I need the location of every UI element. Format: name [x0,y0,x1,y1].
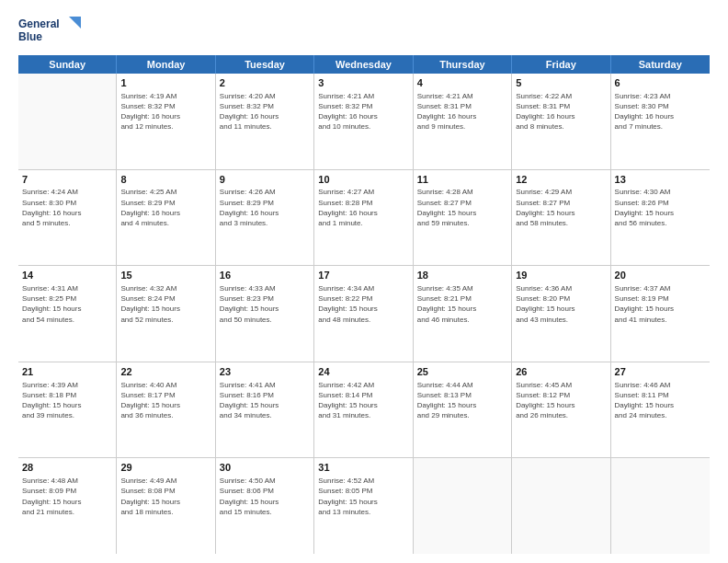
calendar-week-row: 21Sunrise: 4:39 AM Sunset: 8:18 PM Dayli… [18,362,710,459]
calendar-cell: 13Sunrise: 4:30 AM Sunset: 8:26 PM Dayli… [611,170,710,266]
cell-info: Sunrise: 4:52 AM Sunset: 8:05 PM Dayligh… [318,476,408,517]
calendar-cell: 6Sunrise: 4:23 AM Sunset: 8:30 PM Daylig… [611,74,710,169]
calendar: SundayMondayTuesdayWednesdayThursdayFrid… [18,55,710,554]
day-number: 21 [22,365,112,379]
cell-info: Sunrise: 4:44 AM Sunset: 8:13 PM Dayligh… [417,380,507,421]
cell-info: Sunrise: 4:46 AM Sunset: 8:11 PM Dayligh… [615,380,706,421]
cell-info: Sunrise: 4:22 AM Sunset: 8:31 PM Dayligh… [516,91,606,132]
cell-info: Sunrise: 4:20 AM Sunset: 8:32 PM Dayligh… [220,91,310,132]
calendar-week-row: 1Sunrise: 4:19 AM Sunset: 8:32 PM Daylig… [18,74,710,170]
calendar-cell: 19Sunrise: 4:36 AM Sunset: 8:20 PM Dayli… [512,266,610,362]
cell-info: Sunrise: 4:31 AM Sunset: 8:25 PM Dayligh… [22,283,112,325]
day-number: 15 [120,269,210,282]
cell-info: Sunrise: 4:50 AM Sunset: 8:06 PM Dayligh… [220,476,310,517]
calendar-week-row: 14Sunrise: 4:31 AM Sunset: 8:25 PM Dayli… [18,266,710,362]
calendar-cell: 15Sunrise: 4:32 AM Sunset: 8:24 PM Dayli… [117,266,215,362]
day-number: 17 [318,269,408,282]
cell-info: Sunrise: 4:33 AM Sunset: 8:23 PM Dayligh… [220,283,310,325]
day-number: 25 [417,365,507,379]
cell-info: Sunrise: 4:42 AM Sunset: 8:14 PM Dayligh… [318,380,408,421]
cell-info: Sunrise: 4:41 AM Sunset: 8:16 PM Dayligh… [220,380,310,421]
day-number: 3 [318,76,408,90]
day-number: 20 [615,269,706,282]
cell-info: Sunrise: 4:34 AM Sunset: 8:22 PM Dayligh… [318,283,408,325]
weekday-header: Wednesday [314,55,413,74]
calendar-cell: 1Sunrise: 4:19 AM Sunset: 8:32 PM Daylig… [117,74,215,169]
cell-info: Sunrise: 4:45 AM Sunset: 8:12 PM Dayligh… [516,380,606,421]
day-number: 7 [22,173,112,187]
calendar-cell: 31Sunrise: 4:52 AM Sunset: 8:05 PM Dayli… [314,458,413,554]
calendar-header: SundayMondayTuesdayWednesdayThursdayFrid… [18,55,710,74]
cell-info: Sunrise: 4:36 AM Sunset: 8:20 PM Dayligh… [516,283,606,325]
day-number: 30 [220,461,310,475]
calendar-cell: 10Sunrise: 4:27 AM Sunset: 8:28 PM Dayli… [314,170,413,266]
day-number: 28 [22,461,112,475]
weekday-header: Thursday [414,55,512,74]
calendar-cell: 7Sunrise: 4:24 AM Sunset: 8:30 PM Daylig… [18,170,117,266]
cell-info: Sunrise: 4:49 AM Sunset: 8:08 PM Dayligh… [120,476,210,517]
calendar-cell: 22Sunrise: 4:40 AM Sunset: 8:17 PM Dayli… [117,362,215,458]
cell-info: Sunrise: 4:48 AM Sunset: 8:09 PM Dayligh… [22,476,112,517]
cell-info: Sunrise: 4:24 AM Sunset: 8:30 PM Dayligh… [22,187,112,228]
calendar-cell [414,458,512,554]
cell-info: Sunrise: 4:23 AM Sunset: 8:30 PM Dayligh… [615,91,706,132]
calendar-cell: 4Sunrise: 4:21 AM Sunset: 8:31 PM Daylig… [414,74,512,169]
day-number: 18 [417,269,507,282]
calendar-cell: 17Sunrise: 4:34 AM Sunset: 8:22 PM Dayli… [314,266,413,362]
day-number: 12 [516,173,606,187]
day-number: 1 [120,76,210,90]
cell-info: Sunrise: 4:35 AM Sunset: 8:21 PM Dayligh… [417,283,507,325]
svg-marker-2 [69,17,81,29]
calendar-cell: 21Sunrise: 4:39 AM Sunset: 8:18 PM Dayli… [18,362,117,458]
svg-text:General: General [18,17,60,30]
day-number: 8 [120,173,210,187]
day-number: 6 [615,76,706,90]
day-number: 2 [220,76,310,90]
day-number: 9 [220,173,310,187]
calendar-cell: 2Sunrise: 4:20 AM Sunset: 8:32 PM Daylig… [216,74,314,169]
day-number: 19 [516,269,606,282]
calendar-week-row: 28Sunrise: 4:48 AM Sunset: 8:09 PM Dayli… [18,458,710,554]
calendar-cell: 14Sunrise: 4:31 AM Sunset: 8:25 PM Dayli… [18,266,117,362]
calendar-cell: 18Sunrise: 4:35 AM Sunset: 8:21 PM Dayli… [414,266,512,362]
calendar-cell: 23Sunrise: 4:41 AM Sunset: 8:16 PM Dayli… [216,362,314,458]
cell-info: Sunrise: 4:28 AM Sunset: 8:27 PM Dayligh… [417,187,507,228]
cell-info: Sunrise: 4:39 AM Sunset: 8:18 PM Dayligh… [22,380,112,421]
cell-info: Sunrise: 4:29 AM Sunset: 8:27 PM Dayligh… [516,187,606,228]
cell-info: Sunrise: 4:19 AM Sunset: 8:32 PM Dayligh… [120,91,210,132]
cell-info: Sunrise: 4:21 AM Sunset: 8:32 PM Dayligh… [318,91,408,132]
weekday-header: Sunday [18,55,117,74]
cell-info: Sunrise: 4:27 AM Sunset: 8:28 PM Dayligh… [318,187,408,228]
svg-text:Blue: Blue [18,30,42,43]
day-number: 23 [220,365,310,379]
calendar-cell: 29Sunrise: 4:49 AM Sunset: 8:08 PM Dayli… [117,458,215,554]
calendar-cell: 5Sunrise: 4:22 AM Sunset: 8:31 PM Daylig… [512,74,610,169]
day-number: 26 [516,365,606,379]
calendar-cell: 30Sunrise: 4:50 AM Sunset: 8:06 PM Dayli… [216,458,314,554]
calendar-cell: 11Sunrise: 4:28 AM Sunset: 8:27 PM Dayli… [414,170,512,266]
day-number: 11 [417,173,507,187]
weekday-header: Saturday [611,55,710,74]
day-number: 16 [220,269,310,282]
day-number: 13 [615,173,706,187]
calendar-cell: 12Sunrise: 4:29 AM Sunset: 8:27 PM Dayli… [512,170,610,266]
calendar-cell: 3Sunrise: 4:21 AM Sunset: 8:32 PM Daylig… [314,74,413,169]
calendar-cell: 8Sunrise: 4:25 AM Sunset: 8:29 PM Daylig… [117,170,215,266]
calendar-body: 1Sunrise: 4:19 AM Sunset: 8:32 PM Daylig… [18,74,710,554]
calendar-cell: 25Sunrise: 4:44 AM Sunset: 8:13 PM Dayli… [414,362,512,458]
calendar-week-row: 7Sunrise: 4:24 AM Sunset: 8:30 PM Daylig… [18,170,710,267]
calendar-cell: 16Sunrise: 4:33 AM Sunset: 8:23 PM Dayli… [216,266,314,362]
day-number: 10 [318,173,408,187]
page-header: General Blue [18,15,710,48]
calendar-cell [512,458,610,554]
day-number: 22 [120,365,210,379]
day-number: 5 [516,76,606,90]
day-number: 4 [417,76,507,90]
calendar-cell: 24Sunrise: 4:42 AM Sunset: 8:14 PM Dayli… [314,362,413,458]
logo: General Blue [18,15,83,48]
calendar-cell: 20Sunrise: 4:37 AM Sunset: 8:19 PM Dayli… [611,266,710,362]
calendar-cell [611,458,710,554]
weekday-header: Tuesday [216,55,314,74]
cell-info: Sunrise: 4:21 AM Sunset: 8:31 PM Dayligh… [417,91,507,132]
calendar-cell: 9Sunrise: 4:26 AM Sunset: 8:29 PM Daylig… [216,170,314,266]
